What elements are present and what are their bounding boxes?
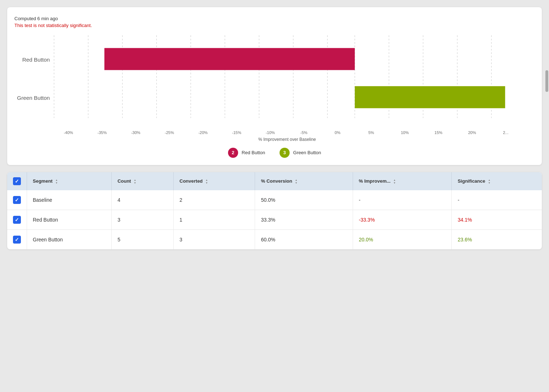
cell-converted-1: 1 bbox=[174, 210, 255, 230]
tick-10: 10% bbox=[390, 130, 419, 135]
header-converted: Converted bbox=[174, 172, 255, 190]
sort-icon-pct-improvement[interactable] bbox=[393, 179, 396, 184]
legend-label-red: Red Button bbox=[242, 150, 265, 155]
cell-significance-0: - bbox=[452, 190, 542, 210]
chart-legend: 2 Red Button 3 Green Button bbox=[14, 148, 535, 158]
table-row: Baseline 4 2 50.0% - - bbox=[7, 190, 542, 210]
cell-count-0: 4 bbox=[112, 190, 174, 210]
header-pct-conversion: % Conversion bbox=[255, 172, 353, 190]
results-table: Segment Count Converted % Conversion % I… bbox=[7, 172, 542, 249]
data-table-card: Segment Count Converted % Conversion % I… bbox=[7, 172, 542, 249]
header-pct-improvement: % Improvem... bbox=[353, 172, 451, 190]
cell-pct-improvement-0: - bbox=[353, 190, 451, 210]
computed-label: Computed 6 min ago bbox=[14, 16, 535, 21]
tick-n30: -30% bbox=[121, 130, 150, 135]
cell-segment-1: Red Button bbox=[27, 210, 112, 230]
green-button-label: Green Button bbox=[17, 95, 50, 101]
row-checkbox-0[interactable] bbox=[13, 196, 21, 204]
table-row: Green Button 5 3 60.0% 20.0% 23.6% bbox=[7, 230, 542, 249]
header-segment: Segment bbox=[27, 172, 112, 190]
header-checkbox[interactable] bbox=[13, 177, 21, 185]
row-checkbox-2[interactable] bbox=[13, 236, 21, 244]
row-checkbox-cell bbox=[7, 190, 27, 210]
legend-label-green: Green Button bbox=[293, 150, 321, 155]
row-checkbox-cell bbox=[7, 230, 27, 249]
table-row: Red Button 3 1 33.3% -33.3% 34.1% bbox=[7, 210, 542, 230]
tick-n20: -20% bbox=[189, 130, 218, 135]
tick-20: 20% bbox=[458, 130, 487, 135]
sort-icon-count[interactable] bbox=[134, 179, 136, 184]
chart-card: Computed 6 min ago This test is not stat… bbox=[7, 7, 542, 165]
tick-extra: 2... bbox=[491, 130, 520, 135]
sort-icon-converted[interactable] bbox=[205, 179, 208, 184]
row-checkbox-cell bbox=[7, 210, 27, 230]
cell-segment-0: Baseline bbox=[27, 190, 112, 210]
scrollbar-thumb[interactable] bbox=[545, 70, 548, 92]
cell-significance-1: 34.1% bbox=[452, 210, 542, 230]
legend-item-red: 2 Red Button bbox=[228, 148, 265, 158]
cell-significance-2: 23.6% bbox=[452, 230, 542, 249]
header-significance: Significance bbox=[452, 172, 542, 190]
cell-pct-improvement-1: -33.3% bbox=[353, 210, 451, 230]
significance-warning: This test is not statistically significa… bbox=[14, 23, 535, 28]
cell-converted-0: 2 bbox=[174, 190, 255, 210]
tick-n40: -40% bbox=[54, 130, 83, 135]
bar-chart-svg: Red Button Green Button bbox=[54, 35, 520, 129]
legend-badge-red: 2 bbox=[228, 148, 238, 158]
tick-n5: -5% bbox=[290, 130, 318, 135]
legend-item-green: 3 Green Button bbox=[280, 148, 321, 158]
x-axis-ticks: -40% -35% -30% -25% -20% -15% -10% -5% 0… bbox=[54, 130, 520, 135]
tick-0: 0% bbox=[323, 130, 352, 135]
cell-count-1: 3 bbox=[112, 210, 174, 230]
sort-icon-pct-conversion[interactable] bbox=[295, 179, 298, 184]
green-button-bar bbox=[355, 86, 505, 108]
tick-n10: -10% bbox=[256, 130, 285, 135]
header-checkbox-cell bbox=[7, 172, 27, 190]
cell-pct-improvement-2: 20.0% bbox=[353, 230, 451, 249]
row-checkbox-1[interactable] bbox=[13, 216, 21, 224]
red-button-bar bbox=[104, 48, 355, 70]
tick-n35: -35% bbox=[88, 130, 116, 135]
cell-count-2: 5 bbox=[112, 230, 174, 249]
tick-n15: -15% bbox=[222, 130, 251, 135]
cell-converted-2: 3 bbox=[174, 230, 255, 249]
tick-5: 5% bbox=[357, 130, 385, 135]
sort-icon-segment[interactable] bbox=[55, 179, 58, 184]
cell-segment-2: Green Button bbox=[27, 230, 112, 249]
legend-badge-green: 3 bbox=[280, 148, 290, 158]
chart-area: Red Button Green Button -40% -35% -30% -… bbox=[54, 35, 520, 142]
cell-pct-conversion-2: 60.0% bbox=[255, 230, 353, 249]
cell-pct-conversion-1: 33.3% bbox=[255, 210, 353, 230]
x-axis-label: % Improvement over Baseline bbox=[54, 137, 520, 142]
header-count: Count bbox=[112, 172, 174, 190]
sort-icon-significance[interactable] bbox=[488, 179, 491, 184]
cell-pct-conversion-0: 50.0% bbox=[255, 190, 353, 210]
table-header-row: Segment Count Converted % Conversion % I… bbox=[7, 172, 542, 190]
tick-n25: -25% bbox=[155, 130, 184, 135]
red-button-label: Red Button bbox=[22, 57, 50, 63]
tick-15: 15% bbox=[424, 130, 453, 135]
